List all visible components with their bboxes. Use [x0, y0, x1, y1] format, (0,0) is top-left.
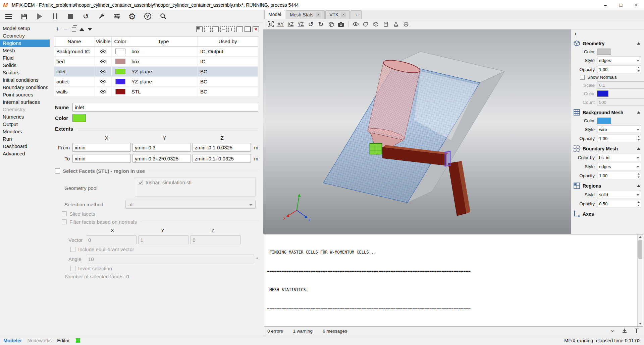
save-log-button[interactable]	[621, 328, 628, 334]
pause-button[interactable]	[50, 11, 60, 21]
sidebar-item[interactable]: Solids	[0, 62, 50, 69]
clear-console-button[interactable]: ×	[609, 328, 616, 334]
save-button[interactable]	[19, 11, 30, 21]
geometry-color-swatch[interactable]	[597, 49, 611, 55]
sidebar-item[interactable]: Scalars	[0, 69, 50, 76]
region-color-swatch[interactable]	[115, 69, 125, 74]
error-count[interactable]: 0 errors	[267, 329, 283, 334]
sidebar-item[interactable]: Geometry	[0, 32, 50, 40]
parameters-button[interactable]	[111, 11, 122, 21]
scroll-to-end-button[interactable]	[633, 328, 640, 334]
sidebar-item[interactable]: Model setup	[0, 25, 50, 32]
visibility-toggle[interactable]	[95, 77, 112, 87]
sidebar-item[interactable]: Regions	[0, 40, 50, 47]
mode-switch[interactable]: Nodeworks	[28, 338, 52, 343]
view-xy-button[interactable]: XY	[276, 20, 285, 28]
regions-opacity-spinbox[interactable]: 0.50	[597, 200, 641, 207]
geometry-style-dropdown[interactable]: edges	[597, 57, 641, 64]
sidebar-item[interactable]: Internal surfaces	[0, 98, 50, 106]
collapse-icon[interactable]	[637, 147, 640, 150]
tab-close-icon[interactable]: ×	[316, 12, 321, 17]
add-sphere-button[interactable]	[361, 20, 370, 28]
region-shape-point-icon[interactable]	[236, 26, 243, 32]
move-down-button[interactable]	[86, 25, 94, 33]
visibility-toggle[interactable]	[95, 57, 112, 67]
region-shape-yz-plane-icon[interactable]	[220, 26, 227, 32]
remove-region-button[interactable]: −	[62, 25, 70, 33]
sidebar-item[interactable]: Mesh	[0, 47, 50, 54]
settings-button[interactable]: ⚙	[127, 11, 138, 21]
sidebar-item[interactable]: Numerics	[0, 113, 50, 121]
boundary-mesh-color-by-dropdown[interactable]: bc_id	[597, 154, 641, 161]
boundary-mesh-style-dropdown[interactable]: edges	[597, 163, 641, 170]
minimize-button[interactable]: –	[598, 0, 613, 10]
scrollbar-thumb[interactable]	[638, 240, 642, 259]
region-color-swatch[interactable]	[115, 49, 125, 54]
add-torus-button[interactable]	[401, 20, 411, 28]
view-tab[interactable]: Model ×	[264, 10, 285, 19]
visibility-toggle[interactable]	[95, 47, 112, 57]
table-row[interactable]: bed box	[54, 57, 258, 67]
screenshot-button[interactable]	[336, 20, 345, 28]
3d-viewport[interactable]: x z	[263, 29, 571, 234]
spin-buttons[interactable]	[636, 200, 641, 207]
background-mesh-section-header[interactable]: Background Mesh	[573, 109, 641, 116]
perspective-button[interactable]	[326, 20, 335, 28]
region-shape-box-icon[interactable]	[196, 26, 203, 32]
to-x-input[interactable]	[72, 154, 131, 163]
sidebar-item[interactable]: Advanced	[0, 150, 50, 157]
regions-section-header[interactable]: Regions	[573, 182, 641, 189]
menu-button[interactable]	[3, 11, 14, 21]
spin-buttons[interactable]	[636, 135, 641, 142]
sidebar-item[interactable]: Run	[0, 135, 50, 143]
select-facets-checkbox[interactable]	[55, 168, 60, 174]
boundary-mesh-section-header[interactable]: Boundary Mesh	[573, 145, 641, 152]
warning-count[interactable]: 1 warning	[293, 329, 313, 334]
region-shape-stl-icon[interactable]	[245, 26, 251, 32]
spin-buttons[interactable]	[636, 172, 641, 179]
from-y-input[interactable]	[132, 143, 191, 152]
collapse-icon[interactable]	[637, 42, 640, 45]
scroll-up-arrow-icon[interactable]	[638, 234, 643, 239]
sidebar-item[interactable]: Monitors	[0, 128, 50, 135]
add-cylinder-button[interactable]	[381, 20, 390, 28]
collapse-icon[interactable]	[637, 111, 640, 114]
view-tab[interactable]: + ×	[351, 10, 361, 19]
table-row[interactable]: walls STL	[54, 87, 258, 97]
scrollbar-track[interactable]	[638, 239, 643, 321]
region-color-swatch[interactable]	[115, 59, 125, 64]
help-button[interactable]: ?	[142, 11, 153, 21]
table-row[interactable]: inlet YZ-plane	[54, 67, 258, 77]
geometry-opacity-spinbox[interactable]: 1.00	[597, 66, 641, 73]
search-button[interactable]	[158, 11, 168, 21]
mode-switch[interactable]: Modeler	[3, 338, 22, 343]
region-shape-line-icon[interactable]	[228, 26, 235, 32]
view-yz-button[interactable]: YZ	[296, 20, 305, 28]
table-row[interactable]: outlet YZ-plane	[54, 77, 258, 87]
fit-view-button[interactable]	[266, 20, 275, 28]
rotate-right-button[interactable]: ↻	[316, 20, 325, 28]
geometry-section-header[interactable]: Geometry	[573, 40, 641, 47]
region-shape-xz-plane-icon[interactable]	[212, 26, 219, 32]
to-y-input[interactable]	[132, 154, 191, 163]
mode-switch[interactable]: Editor	[57, 338, 70, 343]
region-color-swatch[interactable]	[115, 89, 125, 94]
rotate-left-button[interactable]: ↺	[306, 20, 315, 28]
console-scrollbar[interactable]	[637, 234, 643, 326]
background-mesh-opacity-spinbox[interactable]: 1.00	[597, 135, 641, 142]
region-color-swatch[interactable]	[115, 79, 125, 84]
spin-buttons[interactable]	[636, 66, 641, 73]
collapse-icon[interactable]	[637, 185, 640, 187]
from-x-input[interactable]	[72, 143, 131, 152]
sidebar-item[interactable]: Dashboard	[0, 143, 50, 150]
show-normals-checkbox[interactable]	[580, 75, 585, 80]
region-color-button[interactable]	[72, 114, 86, 122]
visibility-toggle[interactable]	[95, 67, 112, 77]
sidebar-item[interactable]: Point sources	[0, 91, 50, 98]
close-button[interactable]: ×	[629, 0, 644, 10]
scroll-down-arrow-icon[interactable]	[638, 321, 643, 326]
sidebar-item[interactable]: Fluid	[0, 54, 50, 62]
to-z-input[interactable]	[193, 154, 251, 163]
sidebar-item[interactable]: Output	[0, 121, 50, 128]
region-name-input[interactable]	[72, 103, 258, 112]
